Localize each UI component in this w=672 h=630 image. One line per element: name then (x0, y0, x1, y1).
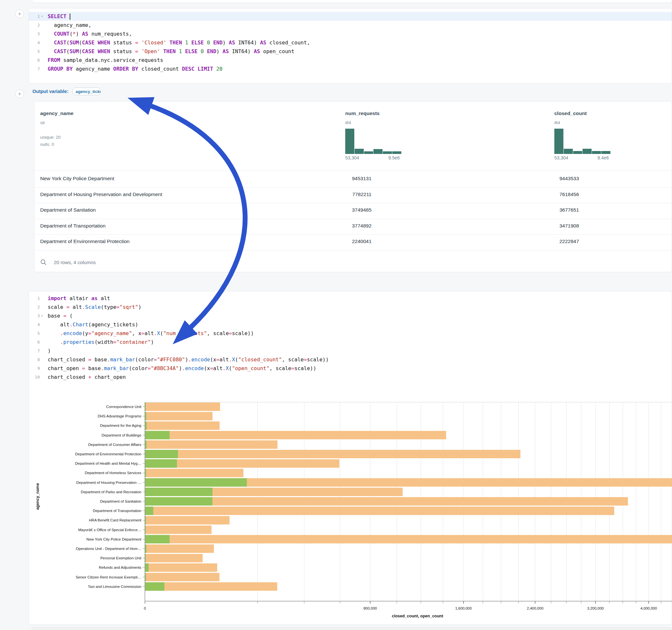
code-line[interactable]: 5 CAST(SUM(CASE WHEN status = 'Open' THE… (29, 47, 672, 56)
code-line[interactable]: 1import altair as alt (29, 294, 672, 303)
table-header: agency_name strunique: 20nulls: 0num_req… (34, 101, 672, 170)
code-line[interactable]: 3 COUNT(*) AS num_requests, (29, 29, 672, 38)
y-axis-label: Refunds and Adjustments (99, 565, 141, 570)
y-axis-label: Department of Sanitation (100, 500, 141, 503)
bar-closed_count[interactable] (145, 535, 672, 543)
bar-closed_count[interactable] (145, 412, 212, 420)
x-axis-label: 2,400,000 (527, 606, 543, 610)
y-axis-label: Department of Transportation (93, 509, 141, 513)
bar-closed_count[interactable] (145, 403, 220, 411)
code-line[interactable]: 6 .properties(width="container") (29, 338, 672, 346)
bar-open_count[interactable] (145, 459, 177, 468)
notebook-page: + + 1∨SELECT 2 agency_name,3 COUNT(*) AS… (0, 0, 672, 630)
sql-cell: 1∨SELECT 2 agency_name,3 COUNT(*) AS num… (28, 8, 672, 83)
search-icon[interactable] (40, 259, 47, 265)
bar-closed_count[interactable] (145, 440, 278, 449)
x-axis-label: 800,000 (363, 606, 377, 610)
code-line[interactable]: 4 alt.Chart(agency_tickets) (29, 320, 672, 329)
code-line[interactable]: 7) (29, 346, 672, 355)
bar-closed_count[interactable] (145, 573, 219, 581)
column-header-num_requests[interactable]: num_requests (345, 111, 380, 116)
column-header-agency_name[interactable]: agency_name (40, 111, 74, 116)
code-line[interactable]: 9chart_open = base.mark_bar(color="#8BC3… (29, 364, 672, 373)
table-row-count: 20 rows, 4 columns (54, 260, 96, 265)
bar-open_count[interactable] (145, 450, 178, 458)
y-axis-label: Personal Exemption Unit (100, 556, 141, 560)
bar-closed_count[interactable] (145, 497, 628, 506)
code-line[interactable]: 1∨SELECT (29, 12, 672, 21)
code-line[interactable]: 4 CAST(SUM(CASE WHEN status = 'Closed' T… (29, 38, 672, 47)
x-axis-label: 4,000,000 (640, 606, 657, 610)
bar-open_count[interactable] (145, 421, 146, 430)
code-line[interactable]: 7GROUP BY agency_name ORDER BY closed_co… (29, 65, 672, 73)
previous-cell-edge (32, 0, 672, 3)
code-line[interactable]: 6FROM sample_data.nyc.service_requests (29, 56, 672, 65)
y-axis-title: agency_name (35, 483, 40, 510)
bar-closed_count[interactable] (145, 507, 614, 515)
y-axis-label: Department of Parks and Recreation (81, 490, 141, 494)
bar-open_count[interactable] (145, 488, 212, 496)
code-line[interactable]: 8chart_closed = base.mark_bar(color="#FF… (29, 355, 672, 364)
y-axis-label: Department of Homeless Services (85, 471, 142, 475)
x-axis-label: 1,600,000 (455, 606, 472, 610)
bar-open_count[interactable] (145, 431, 170, 439)
y-axis-label: DHS Advantage Programs (98, 414, 141, 418)
y-axis-label: Mayorâ€ s Office of Special Enforce… (78, 528, 141, 532)
code-line[interactable]: 3∨base = ( (29, 311, 672, 320)
y-axis-label: Correspondence Unit (106, 405, 141, 409)
bar-closed_count[interactable] (145, 563, 217, 572)
y-axis-label: Department of Health and Mental Hyg… (75, 461, 141, 465)
column-stats: unique: 20nulls: 0 (40, 134, 61, 148)
bar-closed_count[interactable] (145, 431, 446, 439)
column-header-closed_count[interactable]: closed_count (554, 111, 587, 116)
y-axis-label: HRA Benefit Card Replacement (89, 518, 142, 522)
bar-open_count[interactable] (145, 582, 164, 591)
bar-open_count[interactable] (145, 478, 247, 487)
add-cell-button-top[interactable]: + (15, 9, 24, 18)
code-line[interactable]: 5 .encode(y="agency_name", x=alt.X("num_… (29, 329, 672, 338)
output-variable-label: Output variable: (32, 89, 68, 94)
column-histogram[interactable]: 53,304 9.5e6 (345, 134, 402, 160)
y-axis-label: Senior Citizen Rent Increase Exempti… (75, 575, 141, 579)
python-editor[interactable]: 1import altair as alt2scale = alt.Scale(… (29, 294, 672, 382)
y-axis-label: New York City Police Department (87, 537, 142, 541)
y-axis-label: Taxi and Limousine Commission (88, 585, 141, 588)
output-variable-pill[interactable]: agency_tickets (72, 88, 101, 95)
x-axis-label: 0 (144, 606, 146, 610)
bar-closed_count[interactable] (145, 554, 202, 562)
table-footer: 20 rows, 4 columns (40, 256, 96, 268)
bar-chart[interactable]: Correspondence UnitDHS Advantage Program… (28, 400, 672, 624)
column-type: i64 (345, 120, 351, 125)
bar-closed_count[interactable] (145, 526, 212, 534)
y-axis-label: Department of Buildings (101, 433, 141, 437)
y-axis-label: Department of Environmental Protection (75, 452, 141, 456)
y-axis-label: Department of Housing Preservation … (76, 481, 141, 484)
x-axis-label: 3,200,000 (587, 606, 604, 610)
column-type: i64 (554, 120, 560, 125)
bar-closed_count[interactable] (145, 421, 219, 430)
add-cell-button-output[interactable]: + (15, 90, 24, 98)
bar-open_count[interactable] (145, 563, 148, 572)
x-axis-title: closed_count, open_count (392, 614, 443, 618)
bar-closed_count[interactable] (145, 544, 214, 553)
sql-editor[interactable]: 1∨SELECT 2 agency_name,3 COUNT(*) AS num… (29, 12, 672, 73)
bar-open_count[interactable] (145, 535, 170, 543)
bar-closed_count[interactable] (145, 468, 243, 477)
bar-closed_count[interactable] (145, 450, 520, 458)
y-axis-label: Operations Unit - Department of Hom… (76, 547, 141, 551)
output-variable-row: Output variable: agency_tickets (32, 86, 101, 97)
code-line[interactable]: 10chart_closed + chart_open (29, 373, 672, 382)
bar-closed_count[interactable] (145, 516, 230, 524)
results-table: agency_name strunique: 20nulls: 0num_req… (34, 101, 672, 272)
code-line[interactable]: 2scale = alt.Scale(type="sqrt") (29, 303, 672, 311)
bar-open_count[interactable] (145, 507, 153, 515)
y-axis-label: Department for the Aging (100, 423, 141, 428)
y-axis-label: Department of Consumer Affairs (88, 443, 141, 446)
code-line[interactable]: 2 agency_name, (29, 21, 672, 29)
column-histogram[interactable]: 53,304 9.4e6 (554, 134, 611, 160)
column-type: str (40, 120, 45, 125)
next-cell-edge (32, 627, 672, 630)
bar-closed_count[interactable] (145, 582, 277, 591)
bar-open_count[interactable] (145, 497, 212, 506)
